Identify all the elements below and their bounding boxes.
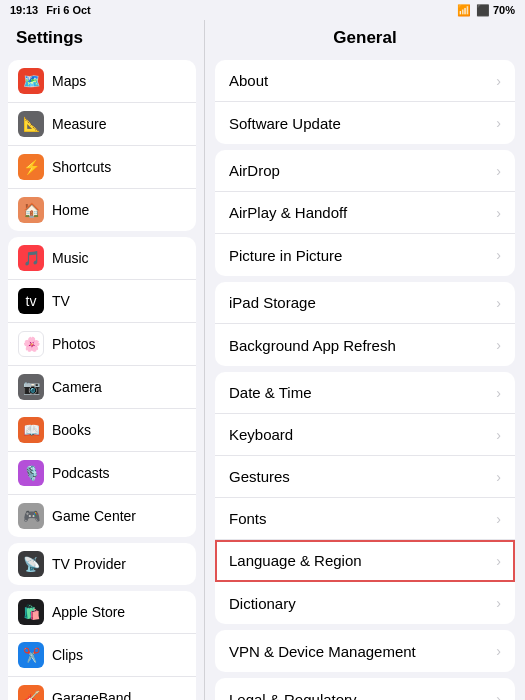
sidebar-item-shortcuts[interactable]: ⚡ Shortcuts xyxy=(8,146,196,189)
legal-chevron: › xyxy=(496,691,501,700)
sidebar: Settings 🗺️ Maps 📐 Measure ⚡ Shortcuts 🏠… xyxy=(0,20,205,700)
sidebar-label-game-center: Game Center xyxy=(52,508,136,524)
content-title: General xyxy=(205,20,525,54)
sidebar-label-home: Home xyxy=(52,202,89,218)
books-icon: 📖 xyxy=(18,417,44,443)
fonts-label: Fonts xyxy=(229,510,267,527)
sidebar-item-tv[interactable]: tv TV xyxy=(8,280,196,323)
dictionary-chevron: › xyxy=(496,595,501,611)
date-time-label: Date & Time xyxy=(229,384,312,401)
podcasts-icon: 🎙️ xyxy=(18,460,44,486)
sidebar-title: Settings xyxy=(0,20,204,54)
sidebar-label-books: Books xyxy=(52,422,91,438)
sidebar-label-photos: Photos xyxy=(52,336,96,352)
airdrop-label: AirDrop xyxy=(229,162,280,179)
sidebar-label-shortcuts: Shortcuts xyxy=(52,159,111,175)
content-row-vpn[interactable]: VPN & Device Management › xyxy=(215,630,515,672)
language-region-label: Language & Region xyxy=(229,552,362,569)
content-row-fonts[interactable]: Fonts › xyxy=(215,498,515,540)
legal-label: Legal & Regulatory xyxy=(229,691,357,701)
ipad-storage-label: iPad Storage xyxy=(229,294,316,311)
sidebar-label-tv-provider: TV Provider xyxy=(52,556,126,572)
game-center-icon: 🎮 xyxy=(18,503,44,529)
sidebar-item-garageband[interactable]: 🎸 GarageBand xyxy=(8,677,196,700)
clips-icon: ✂️ xyxy=(18,642,44,668)
apple-store-icon: 🛍️ xyxy=(18,599,44,625)
content-row-keyboard[interactable]: Keyboard › xyxy=(215,414,515,456)
sidebar-label-maps: Maps xyxy=(52,73,86,89)
camera-icon: 📷 xyxy=(18,374,44,400)
picture-in-picture-label: Picture in Picture xyxy=(229,247,342,264)
content-row-software-update[interactable]: Software Update › xyxy=(215,102,515,144)
content-row-language-region[interactable]: Language & Region › xyxy=(215,540,515,582)
content-row-dictionary[interactable]: Dictionary › xyxy=(215,582,515,624)
sidebar-item-podcasts[interactable]: 🎙️ Podcasts xyxy=(8,452,196,495)
sidebar-item-clips[interactable]: ✂️ Clips xyxy=(8,634,196,677)
measure-icon: 📐 xyxy=(18,111,44,137)
airdrop-chevron: › xyxy=(496,163,501,179)
sidebar-group-1: 🗺️ Maps 📐 Measure ⚡ Shortcuts 🏠 Home xyxy=(8,60,196,231)
garageband-icon: 🎸 xyxy=(18,685,44,700)
sidebar-item-photos[interactable]: 🌸 Photos xyxy=(8,323,196,366)
date-time-chevron: › xyxy=(496,385,501,401)
shortcuts-icon: ⚡ xyxy=(18,154,44,180)
time-display: 19:13 xyxy=(10,4,38,16)
date-display: Fri 6 Oct xyxy=(46,4,91,16)
picture-in-picture-chevron: › xyxy=(496,247,501,263)
content-row-about[interactable]: About › xyxy=(215,60,515,102)
main-layout: Settings 🗺️ Maps 📐 Measure ⚡ Shortcuts 🏠… xyxy=(0,20,525,700)
content-row-airplay-handoff[interactable]: AirPlay & Handoff › xyxy=(215,192,515,234)
tv-icon: tv xyxy=(18,288,44,314)
content-row-date-time[interactable]: Date & Time › xyxy=(215,372,515,414)
content-row-background-app-refresh[interactable]: Background App Refresh › xyxy=(215,324,515,366)
photos-icon: 🌸 xyxy=(18,331,44,357)
sidebar-item-measure[interactable]: 📐 Measure xyxy=(8,103,196,146)
sidebar-item-apple-store[interactable]: 🛍️ Apple Store xyxy=(8,591,196,634)
content-row-airdrop[interactable]: AirDrop › xyxy=(215,150,515,192)
battery-display: ⬛ 70% xyxy=(476,4,515,17)
content-group-3: iPad Storage › Background App Refresh › xyxy=(215,282,515,366)
sidebar-group-3: 📡 TV Provider xyxy=(8,543,196,585)
sidebar-item-maps[interactable]: 🗺️ Maps xyxy=(8,60,196,103)
sidebar-group-2: 🎵 Music tv TV 🌸 Photos 📷 Camera 📖 Books … xyxy=(8,237,196,537)
vpn-chevron: › xyxy=(496,643,501,659)
home-icon: 🏠 xyxy=(18,197,44,223)
sidebar-label-podcasts: Podcasts xyxy=(52,465,110,481)
status-bar: 19:13 Fri 6 Oct 📶 ⬛ 70% xyxy=(0,0,525,20)
sidebar-label-garageband: GarageBand xyxy=(52,690,131,700)
content-row-picture-in-picture[interactable]: Picture in Picture › xyxy=(215,234,515,276)
keyboard-label: Keyboard xyxy=(229,426,293,443)
sidebar-label-measure: Measure xyxy=(52,116,106,132)
background-app-refresh-chevron: › xyxy=(496,337,501,353)
sidebar-label-apple-store: Apple Store xyxy=(52,604,125,620)
content-row-ipad-storage[interactable]: iPad Storage › xyxy=(215,282,515,324)
software-update-label: Software Update xyxy=(229,115,341,132)
fonts-chevron: › xyxy=(496,511,501,527)
content-group-4: Date & Time › Keyboard › Gestures › Font… xyxy=(215,372,515,624)
language-region-chevron: › xyxy=(496,553,501,569)
sidebar-item-tv-provider[interactable]: 📡 TV Provider xyxy=(8,543,196,585)
content-group-2: AirDrop › AirPlay & Handoff › Picture in… xyxy=(215,150,515,276)
about-label: About xyxy=(229,72,268,89)
sidebar-label-tv: TV xyxy=(52,293,70,309)
content-group-6: Legal & Regulatory › xyxy=(215,678,515,700)
sidebar-label-music: Music xyxy=(52,250,89,266)
content-group-5: VPN & Device Management › xyxy=(215,630,515,672)
content-area: General About › Software Update › AirDro… xyxy=(205,20,525,700)
sidebar-item-camera[interactable]: 📷 Camera xyxy=(8,366,196,409)
sidebar-item-books[interactable]: 📖 Books xyxy=(8,409,196,452)
about-chevron: › xyxy=(496,73,501,89)
sidebar-item-game-center[interactable]: 🎮 Game Center xyxy=(8,495,196,537)
gestures-label: Gestures xyxy=(229,468,290,485)
maps-icon: 🗺️ xyxy=(18,68,44,94)
content-row-gestures[interactable]: Gestures › xyxy=(215,456,515,498)
sidebar-item-home[interactable]: 🏠 Home xyxy=(8,189,196,231)
ipad-storage-chevron: › xyxy=(496,295,501,311)
sidebar-item-music[interactable]: 🎵 Music xyxy=(8,237,196,280)
keyboard-chevron: › xyxy=(496,427,501,443)
sidebar-group-4: 🛍️ Apple Store ✂️ Clips 🎸 GarageBand 🎬 i… xyxy=(8,591,196,700)
tv-provider-icon: 📡 xyxy=(18,551,44,577)
airplay-handoff-label: AirPlay & Handoff xyxy=(229,204,347,221)
content-row-legal[interactable]: Legal & Regulatory › xyxy=(215,678,515,700)
dictionary-label: Dictionary xyxy=(229,595,296,612)
